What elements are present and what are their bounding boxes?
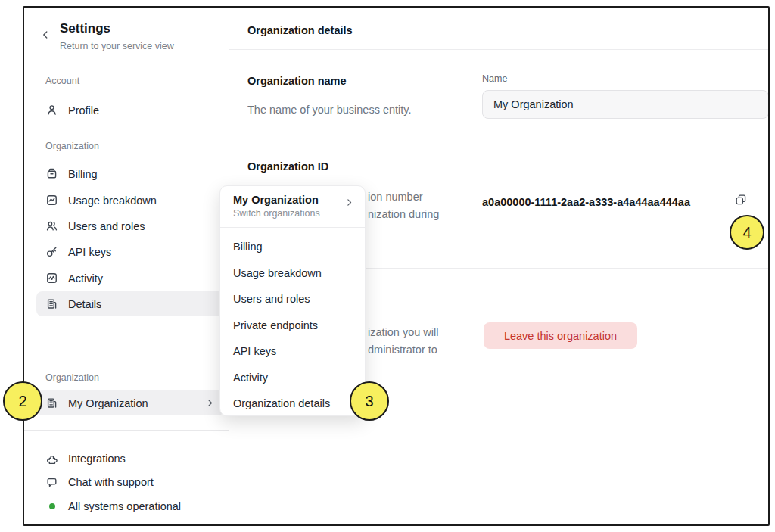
section-label-organization: Organization xyxy=(45,141,99,151)
organization-name-description: The name of your business entity. xyxy=(247,104,412,116)
callout-step-3: 3 xyxy=(350,381,389,421)
menu-title[interactable]: My Organization xyxy=(233,194,319,206)
sidebar-item-usage-breakdown[interactable]: Usage breakdown xyxy=(36,188,224,213)
menu-item-users-and-roles[interactable]: Users and roles xyxy=(220,286,365,313)
chevron-right-icon xyxy=(205,398,215,408)
description-fragment: dministrator to xyxy=(368,341,439,359)
description-fragment: nization during xyxy=(368,206,439,223)
sidebar-item-system-status[interactable]: All systems operational xyxy=(45,496,181,516)
usage-chart-icon xyxy=(45,194,58,207)
description-fragment: ization you will xyxy=(368,324,439,341)
app-window: Settings Return to your service view Acc… xyxy=(23,6,770,526)
name-field-label: Name xyxy=(482,73,507,84)
chevron-right-icon xyxy=(344,198,354,207)
description-fragment: ion number xyxy=(368,188,439,206)
building-icon xyxy=(45,397,58,409)
copy-icon xyxy=(734,193,748,207)
menu-items: Billing Usage breakdown Users and roles … xyxy=(220,227,365,417)
section-label-organization-switcher: Organization xyxy=(45,372,99,383)
menu-subtitle: Switch organizations xyxy=(233,208,320,219)
menu-item-private-endpoints[interactable]: Private endpoints xyxy=(220,313,365,339)
back-button[interactable] xyxy=(40,28,54,42)
menu-item-organization-details[interactable]: Organization details xyxy=(220,390,365,417)
leave-organization-button[interactable]: Leave this organization xyxy=(484,322,637,349)
sidebar-item-details[interactable]: Details xyxy=(36,291,224,316)
sidebar-subtitle: Return to your service view xyxy=(60,41,174,51)
page-title: Organization details xyxy=(247,24,353,36)
organization-id-description-partial: ion number nization during xyxy=(368,188,439,223)
copy-id-button[interactable] xyxy=(733,191,749,208)
sidebar-item-users-and-roles[interactable]: Users and roles xyxy=(36,213,224,238)
sidebar-title: Settings xyxy=(60,21,110,36)
sidebar-item-label: Chat with support xyxy=(68,476,154,488)
callout-step-2: 2 xyxy=(3,381,42,421)
sidebar-item-billing[interactable]: Billing xyxy=(36,161,224,186)
callout-step-4: 4 xyxy=(730,215,764,250)
chevron-left-icon xyxy=(40,30,54,40)
key-icon xyxy=(45,245,58,258)
menu-item-billing[interactable]: Billing xyxy=(220,234,365,260)
organization-id-heading: Organization ID xyxy=(247,160,328,173)
building-icon xyxy=(45,297,58,310)
section-label-account: Account xyxy=(45,76,79,86)
status-label: All systems operational xyxy=(68,500,181,512)
menu-item-usage-breakdown[interactable]: Usage breakdown xyxy=(220,260,365,287)
puzzle-icon xyxy=(45,453,58,465)
sidebar-item-chat-with-support[interactable]: Chat with support xyxy=(45,472,154,492)
divider xyxy=(229,49,768,50)
chat-bubble-icon xyxy=(45,476,58,489)
sidebar-item-integrations[interactable]: Integrations xyxy=(45,449,126,468)
sidebar-item-label: API keys xyxy=(68,246,111,258)
sidebar-item-label: Integrations xyxy=(68,453,126,465)
divider xyxy=(24,430,229,431)
sidebar-item-label: My Organization xyxy=(68,397,148,409)
person-icon xyxy=(45,104,58,117)
sidebar-item-label: Usage breakdown xyxy=(68,194,157,207)
organization-switcher-menu: My Organization Switch organizations Bil… xyxy=(219,185,366,416)
menu-item-activity[interactable]: Activity xyxy=(220,365,365,391)
billing-icon xyxy=(45,167,58,180)
users-icon xyxy=(45,219,58,232)
activity-icon xyxy=(45,272,58,285)
sidebar-item-label: Billing xyxy=(68,168,98,180)
organization-id-value: a0a00000-1111-2aa2-a333-a4a44aa444aa xyxy=(482,196,690,208)
sidebar-item-profile[interactable]: Profile xyxy=(36,98,224,123)
sidebar-item-label: Users and roles xyxy=(68,220,145,232)
organization-name-input[interactable] xyxy=(482,90,769,119)
sidebar-item-label: Activity xyxy=(68,272,103,285)
sidebar-item-activity[interactable]: Activity xyxy=(36,266,224,291)
sidebar-item-api-keys[interactable]: API keys xyxy=(36,239,224,264)
organization-name-heading: Organization name xyxy=(247,75,347,87)
leave-description-partial: ization you will dministrator to xyxy=(368,324,439,359)
sidebar-item-my-organization[interactable]: My Organization xyxy=(36,390,224,415)
status-dot xyxy=(49,503,55,509)
menu-item-api-keys[interactable]: API keys xyxy=(220,338,365,365)
sidebar-item-label: Details xyxy=(68,298,101,310)
sidebar-item-label: Profile xyxy=(68,104,99,117)
